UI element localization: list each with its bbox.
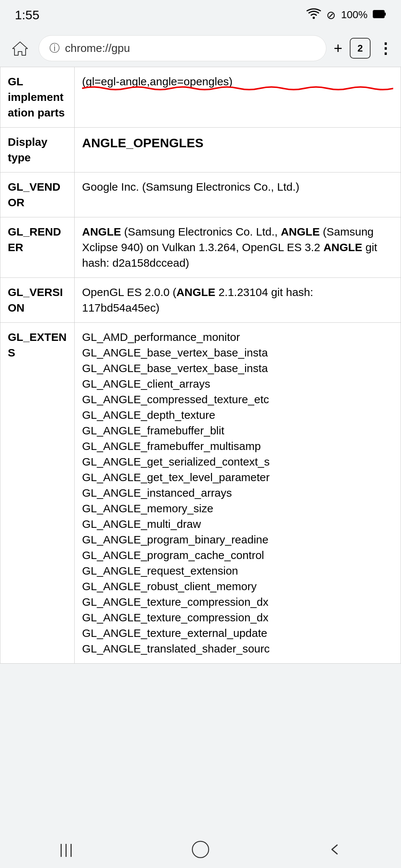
svg-point-4 <box>192 841 209 858</box>
table-row: Display typeANGLE_OPENGLES <box>0 128 401 172</box>
battery-icon <box>373 9 386 21</box>
url-bar[interactable]: ⓘ chrome://gpu <box>39 35 326 61</box>
table-value: OpenGL ES 2.0.0 (ANGLE 2.1.23104 git has… <box>75 278 401 323</box>
table-key: GL_VENDOR <box>0 172 75 217</box>
add-tab-icon[interactable]: + <box>334 40 342 57</box>
table-value: (gl=egl-angle,angle=opengles) <box>75 67 401 128</box>
tab-count-button[interactable]: 2 <box>350 38 371 59</box>
nav-back-button[interactable] <box>319 835 349 864</box>
status-bar: 1:55 ⊘ 100% <box>0 0 401 30</box>
svg-rect-2 <box>384 13 386 16</box>
table-row: GL_EXTENSGL_AMD_performance_monitorGL_AN… <box>0 323 401 664</box>
svg-rect-3 <box>374 11 384 17</box>
page-content: GL implementa­tion parts(gl=egl-angle,an… <box>0 67 401 701</box>
blocked-icon: ⊘ <box>326 9 336 22</box>
table-key: GL implementa­tion parts <box>0 67 75 128</box>
url-text: chrome://gpu <box>65 42 130 55</box>
navigation-bar: ||| <box>0 831 401 868</box>
battery-text: 100% <box>341 9 368 21</box>
more-menu-icon[interactable]: ⋮ <box>378 40 392 57</box>
status-icons: ⊘ 100% <box>306 8 386 22</box>
table-value: GL_AMD_performance_monitorGL_ANGLE_base_… <box>75 323 401 664</box>
table-value: ANGLE (Samsung Electronics Co. Ltd., ANG… <box>75 217 401 278</box>
browser-actions: + 2 ⋮ <box>334 38 392 59</box>
table-row: GL implementa­tion parts(gl=egl-angle,an… <box>0 67 401 128</box>
table-value: ANGLE_OPENGLES <box>75 128 401 172</box>
nav-home-button[interactable] <box>186 835 215 864</box>
status-time: 1:55 <box>15 8 39 22</box>
table-value: Google Inc. (Samsung Electronics Co., Lt… <box>75 172 401 217</box>
wifi-icon <box>306 8 321 22</box>
table-row: GL_VENDORGoogle Inc. (Samsung Electronic… <box>0 172 401 217</box>
table-row: GL_RENDERANGLE (Samsung Electronics Co. … <box>0 217 401 278</box>
browser-bar: ⓘ chrome://gpu + 2 ⋮ <box>0 30 401 67</box>
table-key: GL_RENDER <box>0 217 75 278</box>
table-key: GL_EXTENS <box>0 323 75 664</box>
nav-menu-button[interactable]: ||| <box>52 835 82 864</box>
table-row: GL_VERSIONOpenGL ES 2.0.0 (ANGLE 2.1.231… <box>0 278 401 323</box>
gpu-info-table: GL implementa­tion parts(gl=egl-angle,an… <box>0 67 401 664</box>
info-icon: ⓘ <box>49 41 60 55</box>
home-button[interactable] <box>9 37 31 59</box>
svg-point-0 <box>313 17 315 19</box>
table-key: Display type <box>0 128 75 172</box>
table-key: GL_VERSION <box>0 278 75 323</box>
